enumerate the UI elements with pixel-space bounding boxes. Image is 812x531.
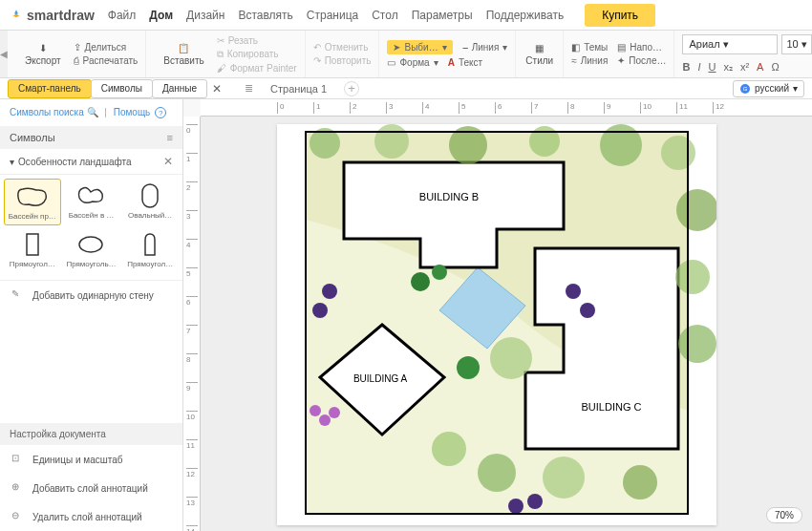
underline-button[interactable]: U	[708, 61, 716, 74]
search-symbols-link[interactable]: Символы поиска 🔍	[10, 107, 98, 117]
add-layer-icon: ⊕	[11, 481, 25, 495]
logo-icon	[10, 9, 23, 22]
line-tool[interactable]: ‒Линия ▾	[462, 40, 508, 54]
bold-button[interactable]: B	[682, 61, 690, 74]
page-tab-1[interactable]: Страница 1	[261, 81, 336, 96]
line-style-button[interactable]: ≈Линия	[571, 55, 608, 66]
main-area: Символы поиска 🔍 | Помощь ? Символы ≡ ▾ …	[0, 99, 812, 531]
smart-panel-tabs: Смарт-панель Символы Данные ✕	[8, 79, 227, 98]
add-wall-button[interactable]: ✎ Добавить одинарную стену	[0, 280, 182, 309]
star-icon: ✦	[617, 55, 625, 66]
themes-button[interactable]: ◧Темы	[571, 42, 608, 53]
menu-support[interactable]: Поддерживать	[486, 9, 565, 22]
subscript-button[interactable]: x₂	[723, 61, 733, 74]
symbol-pool-kidney[interactable]: Бассейн в …	[63, 179, 120, 225]
format-painter-button[interactable]: 🖌Формат Painter	[217, 63, 297, 74]
hamburger-icon[interactable]: ≡	[167, 132, 173, 143]
font-size-select[interactable]: 10 ▾	[781, 34, 812, 54]
delete-layer-icon: ⊖	[11, 510, 25, 523]
layout-icon: ▤	[617, 42, 626, 53]
add-page-button[interactable]: +	[344, 81, 359, 96]
svg-point-15	[675, 260, 710, 294]
svg-point-21	[566, 284, 581, 299]
copy-button[interactable]: ⧉Копировать	[217, 49, 297, 60]
svg-point-13	[661, 136, 695, 170]
symbol-rect-2[interactable]: Прямоуголь…	[63, 227, 120, 272]
ribbon-group-themes: ◧Темы ▤Напо… ≈Линия ✦После…	[564, 31, 674, 77]
google-icon: G	[739, 83, 751, 95]
styles-button[interactable]: ▦ Стили	[516, 31, 564, 77]
symbol-rect-1[interactable]: Прямоугол…	[4, 227, 61, 272]
list-view-icon[interactable]: ≣	[245, 82, 253, 95]
menu-bar: smartdraw Файл Дом Дизайн Вставлять Стра…	[0, 0, 812, 31]
svg-point-29	[478, 454, 516, 492]
help-link[interactable]: Помощь	[114, 107, 151, 117]
svg-point-31	[623, 465, 657, 499]
tab-smart-panel[interactable]: Смарт-панель	[8, 79, 92, 98]
language-select[interactable]: G русский ▾	[733, 80, 804, 97]
units-scale-button[interactable]: ⊡ Единицы и масштаб	[0, 445, 182, 474]
menu-home[interactable]: Дом	[149, 9, 173, 22]
ribbon: ◀ ⬇ Экспорт ⇪Делиться ⎙Распечатать 📋 Вст…	[0, 31, 812, 78]
canvas[interactable]: BUILDING B BUILDING A BUILDING C	[201, 117, 812, 531]
line-style-icon: ≈	[571, 55, 577, 66]
category-row[interactable]: ▾ Особенности ландшафта ✕	[0, 149, 182, 175]
add-annotation-layer-button[interactable]: ⊕ Добавить слой аннотаций	[0, 474, 182, 502]
buy-button[interactable]: Купить	[585, 4, 655, 27]
select-tool[interactable]: ➤Выби… ▾	[387, 40, 452, 54]
svg-point-32	[508, 499, 524, 514]
svg-point-27	[329, 407, 340, 418]
svg-point-23	[322, 284, 337, 299]
help-icon[interactable]: ?	[155, 107, 166, 118]
delete-annotation-layer-button[interactable]: ⊖ Удалить слой аннотаций	[0, 502, 182, 531]
chevron-down-icon: ▾	[10, 157, 14, 167]
svg-point-26	[319, 414, 331, 426]
ruler-vertical: 0 1 2 3 4 5 6 7 8 9 10 11 12 13 14	[183, 117, 201, 531]
svg-point-19	[490, 337, 532, 379]
tab-symbols[interactable]: Символы	[91, 79, 153, 98]
ribbon-group-undo: ↶Отменить ↷Повторить	[306, 31, 380, 77]
tab-data[interactable]: Данные	[152, 79, 207, 98]
redo-button[interactable]: ↷Повторить	[313, 55, 372, 66]
effects-button[interactable]: ✦После…	[617, 55, 666, 66]
paste-button[interactable]: 📋 Вставить	[154, 43, 213, 66]
superscript-button[interactable]: x²	[740, 61, 749, 74]
menu-insert[interactable]: Вставлять	[238, 9, 292, 22]
ribbon-prev[interactable]: ◀	[0, 31, 8, 77]
drawing-page[interactable]: BUILDING B BUILDING A BUILDING C	[277, 124, 716, 525]
layout-button[interactable]: ▤Напо…	[617, 42, 662, 53]
italic-button[interactable]: I	[697, 61, 700, 74]
undo-button[interactable]: ↶Отменить	[313, 42, 372, 53]
symbol-rect-3[interactable]: Прямоугол…	[121, 227, 179, 272]
landscape-plan: BUILDING B BUILDING A BUILDING C	[277, 124, 716, 525]
share-button[interactable]: ⇪Делиться	[74, 42, 139, 53]
svg-point-11	[529, 126, 560, 157]
export-button[interactable]: ⬇ Экспорт	[15, 43, 71, 66]
close-category-icon[interactable]: ✕	[163, 155, 173, 168]
shape-icon: ▭	[387, 57, 395, 68]
font-color-button[interactable]: A	[757, 61, 763, 74]
shape-tool[interactable]: ▭Форма ▾	[387, 57, 438, 68]
svg-point-28	[432, 432, 466, 466]
zoom-level[interactable]: 70%	[766, 507, 802, 523]
cut-button[interactable]: ✂Резать	[217, 35, 297, 46]
menu-options[interactable]: Параметры	[412, 9, 473, 22]
svg-point-4	[79, 237, 102, 252]
sidebar-links: Символы поиска 🔍 | Помощь ?	[0, 99, 182, 126]
menu-table[interactable]: Стол	[372, 9, 397, 22]
menu-file[interactable]: Файл	[108, 9, 137, 22]
ribbon-group-export: ⬇ Экспорт ⇪Делиться ⎙Распечатать	[8, 31, 146, 77]
tab-strip: Смарт-панель Символы Данные ✕ ≣ Страница…	[0, 78, 812, 99]
ruler-horizontal: 0 1 2 3 4 5 6 7 8 9 10 11 12	[201, 99, 812, 117]
symbol-button[interactable]: Ω	[771, 61, 779, 74]
menu-design[interactable]: Дизайн	[186, 9, 224, 22]
close-panel-button[interactable]: ✕	[206, 79, 227, 98]
font-family-select[interactable]: Ариал ▾	[682, 34, 778, 54]
text-tool[interactable]: AТекст	[448, 57, 482, 68]
building-a-label: BUILDING A	[353, 373, 407, 384]
symbols-header: Символы ≡	[0, 126, 182, 149]
menu-page[interactable]: Страница	[307, 9, 358, 22]
symbol-pool-freeform[interactable]: Бассейн пр…	[4, 179, 61, 225]
symbol-pool-oval[interactable]: Овальный…	[121, 179, 179, 225]
print-button[interactable]: ⎙Распечатать	[74, 55, 139, 66]
